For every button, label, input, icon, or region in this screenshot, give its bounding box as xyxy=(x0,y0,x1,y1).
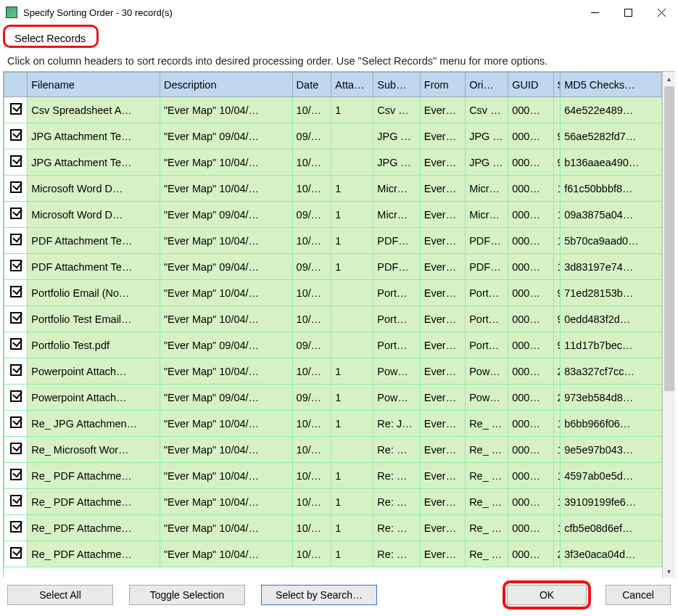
header-row: Filename Description Date Atta… Sub… Fro… xyxy=(4,73,662,97)
cell-from: Ever… xyxy=(420,515,465,541)
cell-from: Ever… xyxy=(420,385,465,411)
header-guid[interactable]: GUID xyxy=(508,73,553,97)
cell-guid: 000… xyxy=(508,306,553,332)
table-row[interactable]: Portfolio Test.pdf"Ever Map" 09/04/…09/…… xyxy=(4,332,662,358)
row-checkbox[interactable] xyxy=(4,228,28,254)
table-row[interactable]: Portfolio Email (No…"Ever Map" 10/04/…10… xyxy=(4,280,662,306)
cell-filename: PDF Attachment Te… xyxy=(28,254,160,280)
table-row[interactable]: Csv Spreadsheet A…"Ever Map" 10/04/…10/…… xyxy=(4,97,662,123)
cell-attachments: 1 xyxy=(331,541,373,567)
menu-select-records[interactable]: Select Records xyxy=(9,30,91,47)
table-row[interactable]: Powerpoint Attach…"Ever Map" 10/04/…10/…… xyxy=(4,358,662,385)
table-row[interactable]: Microsoft Word D…"Ever Map" 09/04/…09/…1… xyxy=(4,202,662,228)
cell-date: 10/… xyxy=(292,411,331,437)
table-row[interactable]: Re_ PDF Attachme…"Ever Map" 10/04/…10/…1… xyxy=(4,541,662,567)
header-original[interactable]: Ori… xyxy=(466,73,508,97)
checkbox-checked-icon xyxy=(10,416,22,428)
row-checkbox[interactable] xyxy=(4,385,28,411)
row-checkbox[interactable] xyxy=(4,411,28,437)
table-row[interactable]: JPG Attachment Te…"Ever Map" 10/04/…10/…… xyxy=(4,149,662,176)
header-from[interactable]: From xyxy=(420,73,465,97)
cell-description: "Ever Map" 10/04/… xyxy=(160,541,292,567)
header-md5[interactable]: MD5 Checks… xyxy=(561,73,662,97)
header-date[interactable]: Date xyxy=(292,73,331,97)
minimize-button[interactable] xyxy=(578,1,611,23)
row-checkbox[interactable] xyxy=(4,541,28,567)
table-row[interactable]: Re_ PDF Attachme…"Ever Map" 10/04/…10/…1… xyxy=(4,489,662,515)
table-row[interactable]: Re_ Microsoft Wor…"Ever Map" 10/04/…10/…… xyxy=(4,437,662,463)
cell-guid: 000… xyxy=(508,228,553,254)
cell-original: Re_ … xyxy=(466,437,508,463)
svg-rect-1 xyxy=(624,9,632,16)
row-checkbox[interactable] xyxy=(4,463,28,489)
row-checkbox[interactable] xyxy=(4,358,28,385)
cell-description: "Ever Map" 10/04/… xyxy=(160,463,292,489)
cell-attachments: 1 xyxy=(331,515,373,541)
table-row[interactable]: Portfolio Test Email…"Ever Map" 10/04/…1… xyxy=(4,306,662,332)
table-row[interactable]: PDF Attachment Te…"Ever Map" 10/04/…10/…… xyxy=(4,228,662,254)
checkbox-checked-icon xyxy=(10,286,22,297)
table-row[interactable]: JPG Attachment Te…"Ever Map" 09/04/…09/…… xyxy=(4,123,662,149)
table-row[interactable]: Microsoft Word D…"Ever Map" 10/04/…10/…1… xyxy=(4,176,662,202)
row-checkbox[interactable] xyxy=(4,489,28,515)
table-row[interactable]: Powerpoint Attach…"Ever Map" 09/04/…09/…… xyxy=(4,385,662,411)
row-checkbox[interactable] xyxy=(4,254,28,280)
cell-date: 10/… xyxy=(292,306,331,332)
row-checkbox[interactable] xyxy=(4,332,28,358)
cell-guid: 000… xyxy=(508,254,553,280)
vertical-scrollbar[interactable]: ▴ ▾ xyxy=(662,72,675,578)
checkbox-checked-icon xyxy=(10,208,22,219)
cell-date: 09/… xyxy=(292,254,331,280)
row-checkbox[interactable] xyxy=(4,202,28,228)
cell-from: Ever… xyxy=(420,411,465,437)
checkbox-checked-icon xyxy=(10,103,22,115)
maximize-button[interactable] xyxy=(611,1,645,23)
header-size[interactable]: S xyxy=(553,73,561,97)
cell-size: 9 xyxy=(553,306,561,332)
select-all-button[interactable]: Select All xyxy=(7,585,113,605)
checkbox-checked-icon xyxy=(10,469,22,480)
select-by-search-button[interactable]: Select by Search… xyxy=(261,585,377,605)
cell-subject: Pow… xyxy=(373,358,420,385)
row-checkbox[interactable] xyxy=(4,280,28,306)
cell-date: 10/… xyxy=(292,358,331,385)
ok-button[interactable]: OK xyxy=(507,585,587,605)
cell-from: Ever… xyxy=(420,306,465,332)
cell-guid: 000… xyxy=(508,123,553,149)
header-checkbox[interactable] xyxy=(4,73,28,97)
cell-from: Ever… xyxy=(420,541,465,567)
table-row[interactable]: PDF Attachment Te…"Ever Map" 09/04/…09/…… xyxy=(4,254,662,280)
cell-filename: Re_ PDF Attachme… xyxy=(28,463,160,489)
row-checkbox[interactable] xyxy=(4,97,28,123)
cell-original: Port… xyxy=(466,306,508,332)
header-attachments[interactable]: Atta… xyxy=(331,73,373,97)
row-checkbox[interactable] xyxy=(4,149,28,176)
row-checkbox[interactable] xyxy=(4,306,28,332)
row-checkbox[interactable] xyxy=(4,176,28,202)
table-row[interactable]: Re_ JPG Attachmen…"Ever Map" 10/04/…10/…… xyxy=(4,411,662,437)
table-row[interactable]: Re_ PDF Attachme…"Ever Map" 10/04/…10/…1… xyxy=(4,515,662,541)
close-button[interactable] xyxy=(645,1,678,23)
checkbox-checked-icon xyxy=(10,312,22,324)
cell-size: 9 xyxy=(553,280,561,306)
cell-md5: 973eb584d8… xyxy=(561,385,662,411)
header-description[interactable]: Description xyxy=(160,73,292,97)
cell-subject: PDF… xyxy=(373,254,420,280)
toggle-selection-button[interactable]: Toggle Selection xyxy=(129,585,245,605)
cell-filename: Portfolio Test.pdf xyxy=(28,332,160,358)
cell-date: 10/… xyxy=(292,228,331,254)
scrollbar-thumb[interactable] xyxy=(664,86,674,391)
cell-md5: 4597ab0e5d… xyxy=(561,463,662,489)
cell-original: Micr… xyxy=(466,202,508,228)
scroll-up-icon[interactable]: ▴ xyxy=(663,72,675,85)
row-checkbox[interactable] xyxy=(4,123,28,149)
row-checkbox[interactable] xyxy=(4,515,28,541)
header-filename[interactable]: Filename xyxy=(28,73,160,97)
cancel-button[interactable]: Cancel xyxy=(605,585,671,605)
header-subject[interactable]: Sub… xyxy=(373,73,420,97)
table-row[interactable]: Re_ PDF Attachme…"Ever Map" 10/04/…10/…1… xyxy=(4,463,662,489)
cell-date: 10/… xyxy=(292,176,331,202)
scroll-down-icon[interactable]: ▾ xyxy=(663,564,675,578)
row-checkbox[interactable] xyxy=(4,437,28,463)
cell-date: 09/… xyxy=(292,123,331,149)
